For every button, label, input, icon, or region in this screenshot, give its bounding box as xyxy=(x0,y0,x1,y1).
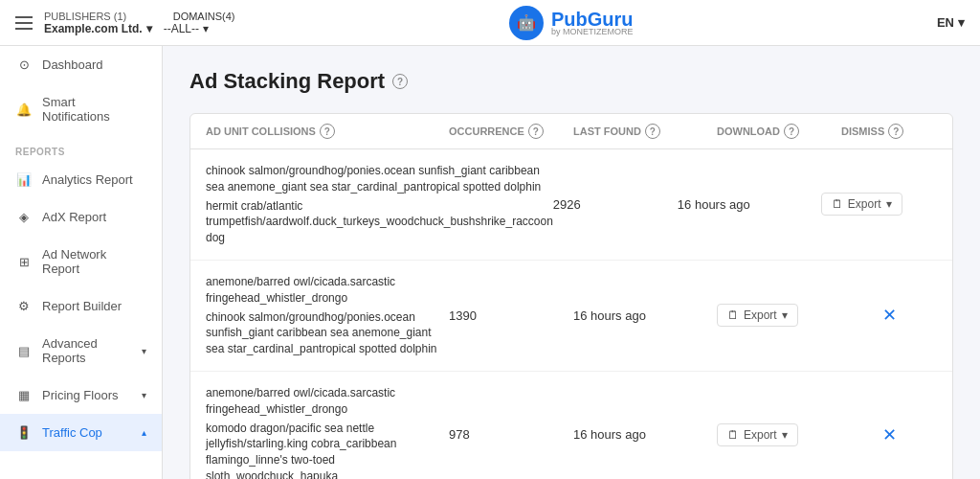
topbar-right: EN ▾ xyxy=(907,15,965,30)
download-col: 🗒 Export ▾ xyxy=(717,423,841,446)
adx-icon: ◈ xyxy=(15,210,33,224)
col-last-found-label: LAST FOUND xyxy=(573,125,641,137)
report-table: AD UNIT COLLISIONS ? OCCURRENCE ? LAST F… xyxy=(189,113,953,479)
traffic-cop-icon: 🚦 xyxy=(15,425,33,440)
publisher-section: PUBLISHERS (1) Example.com Ltd. ▾ xyxy=(44,11,152,35)
builder-icon: ⚙ xyxy=(15,299,33,313)
table-row: anemone/barred owl/cicada.sarcastic frin… xyxy=(190,372,952,479)
help-icon[interactable]: ? xyxy=(784,124,799,139)
sidebar-label-pricing-floors: Pricing Floors xyxy=(42,388,118,402)
sidebar-item-ad-network-report[interactable]: ⊞ Ad Network Report xyxy=(0,236,162,287)
export-button[interactable]: 🗒 Export ▾ xyxy=(717,423,798,446)
sidebar: ⊙ Dashboard 🔔 Smart Notifications REPORT… xyxy=(0,46,163,479)
page-title-text: Ad Stacking Report xyxy=(189,69,385,94)
sidebar-label-dashboard: Dashboard xyxy=(42,57,103,72)
ad-unit-line1: anemone/barred owl/cicada.sarcastic frin… xyxy=(206,385,449,418)
col-header-dismiss: DISMISS ? xyxy=(841,124,937,139)
export-button[interactable]: 🗒 Export ▾ xyxy=(821,193,902,216)
pricing-icon: ▦ xyxy=(15,388,33,402)
col-download-label: DOWNLOAD xyxy=(717,125,780,137)
export-doc-icon: 🗒 xyxy=(832,197,843,211)
ad-unit-col: chinook salmon/groundhog/ponies.ocean su… xyxy=(206,163,553,246)
occurrence-value: 2926 xyxy=(553,197,678,212)
chevron-up-icon: ▴ xyxy=(142,427,146,438)
col-ad-unit-label: AD UNIT COLLISIONS xyxy=(206,125,316,137)
col-header-last-found: LAST FOUND ? xyxy=(573,124,717,139)
chevron-down-icon: ▾ xyxy=(203,22,209,35)
sidebar-label-adx-report: AdX Report xyxy=(42,210,106,224)
logo-icon: 🤖 xyxy=(509,6,544,40)
ad-unit-col: anemone/barred owl/cicada.sarcastic frin… xyxy=(206,385,449,479)
domain-section: DOMAINS(4) --ALL-- ▾ xyxy=(164,11,235,35)
dismiss-button[interactable]: ✕ xyxy=(841,424,937,445)
bell-icon: 🔔 xyxy=(15,103,33,117)
sidebar-item-smart-notifications[interactable]: 🔔 Smart Notifications xyxy=(0,83,162,135)
sidebar-item-pricing-floors[interactable]: ▦ Pricing Floors ▾ xyxy=(0,376,162,414)
sidebar-item-traffic-cop[interactable]: 🚦 Traffic Cop ▴ xyxy=(0,414,162,451)
ad-unit-line2: chinook salmon/groundhog/ponies.ocean su… xyxy=(206,309,449,357)
publisher-select[interactable]: Example.com Ltd. ▾ xyxy=(44,22,152,35)
reports-section-label: REPORTS xyxy=(0,135,162,161)
export-doc-icon: 🗒 xyxy=(727,308,739,322)
lang-label: EN xyxy=(937,15,954,30)
page-title: Ad Stacking Report ? xyxy=(189,69,953,94)
ad-unit-col: anemone/barred owl/cicada.sarcastic frin… xyxy=(206,274,449,357)
help-icon[interactable]: ? xyxy=(320,124,335,139)
domain-select[interactable]: --ALL-- ▾ xyxy=(164,22,235,35)
lang-button[interactable]: EN ▾ xyxy=(937,15,965,30)
help-icon[interactable]: ? xyxy=(888,124,903,139)
network-icon: ⊞ xyxy=(15,255,33,269)
table-row: anemone/barred owl/cicada.sarcastic frin… xyxy=(190,261,952,372)
export-doc-icon: 🗒 xyxy=(727,428,739,442)
bar-chart-icon: 📊 xyxy=(15,172,33,187)
ad-unit-line2: hermit crab/atlantic trumpetfish/aardwol… xyxy=(206,198,553,246)
dismiss-button[interactable]: ✕ xyxy=(946,194,953,215)
table-body: chinook salmon/groundhog/ponies.ocean su… xyxy=(190,149,952,479)
col-header-ad-unit: AD UNIT COLLISIONS ? xyxy=(206,124,449,139)
help-icon[interactable]: ? xyxy=(528,124,544,139)
sidebar-item-report-builder[interactable]: ⚙ Report Builder xyxy=(0,287,162,325)
sidebar-label-analytics-report: Analytics Report xyxy=(42,172,133,187)
help-icon[interactable]: ? xyxy=(392,74,408,89)
publishers-label: PUBLISHERS (1) xyxy=(44,11,152,22)
ad-unit-line2: komodo dragon/pacific sea nettle jellyfi… xyxy=(206,421,449,479)
export-label: Export xyxy=(744,428,777,442)
sidebar-item-analytics-report[interactable]: 📊 Analytics Report xyxy=(0,161,162,198)
advanced-icon: ▤ xyxy=(15,344,33,358)
topbar: PUBLISHERS (1) Example.com Ltd. ▾ DOMAIN… xyxy=(0,0,980,46)
help-icon[interactable]: ? xyxy=(645,124,660,139)
topbar-center: 🤖 PubGuru by MONETIZEMORE xyxy=(234,6,907,40)
chevron-down-icon: ▾ xyxy=(782,308,788,322)
dashboard-icon: ⊙ xyxy=(15,57,33,72)
sidebar-label-advanced-reports: Advanced Reports xyxy=(42,336,132,365)
sidebar-item-adx-report[interactable]: ◈ AdX Report xyxy=(0,198,162,236)
chevron-down-icon: ▾ xyxy=(886,197,892,211)
last-found-value: 16 hours ago xyxy=(678,197,821,212)
topbar-left: PUBLISHERS (1) Example.com Ltd. ▾ DOMAIN… xyxy=(15,11,234,35)
sidebar-label-ad-network-report: Ad Network Report xyxy=(42,247,146,276)
layout: ⊙ Dashboard 🔔 Smart Notifications REPORT… xyxy=(0,46,980,479)
col-occurrence-label: OCCURRENCE xyxy=(449,125,524,137)
col-dismiss-label: DISMISS xyxy=(841,125,884,137)
domain-value: --ALL-- xyxy=(164,22,199,35)
last-found-value: 16 hours ago xyxy=(573,308,717,323)
logo-text-group: PubGuru by MONETIZEMORE xyxy=(551,9,634,36)
chevron-down-icon: ▾ xyxy=(142,390,146,400)
table-row: chinook salmon/groundhog/ponies.ocean su… xyxy=(190,149,952,261)
export-label: Export xyxy=(848,197,881,211)
hamburger-menu[interactable] xyxy=(15,16,33,30)
chevron-down-icon: ▾ xyxy=(146,22,152,35)
last-found-value: 16 hours ago xyxy=(573,427,717,442)
sidebar-item-advanced-reports[interactable]: ▤ Advanced Reports ▾ xyxy=(0,325,162,376)
close-icon: ✕ xyxy=(882,305,897,326)
sidebar-item-dashboard[interactable]: ⊙ Dashboard xyxy=(0,46,162,83)
chevron-down-icon: ▾ xyxy=(142,346,146,356)
download-col: 🗒 Export ▾ xyxy=(821,193,946,216)
export-button[interactable]: 🗒 Export ▾ xyxy=(717,304,798,327)
col-header-download: DOWNLOAD ? xyxy=(717,124,841,139)
dismiss-button[interactable]: ✕ xyxy=(841,305,937,326)
ad-unit-line1: chinook salmon/groundhog/ponies.ocean su… xyxy=(206,163,553,195)
sidebar-label-traffic-cop: Traffic Cop xyxy=(42,425,102,440)
download-col: 🗒 Export ▾ xyxy=(717,304,841,327)
chevron-down-icon: ▾ xyxy=(958,15,965,30)
